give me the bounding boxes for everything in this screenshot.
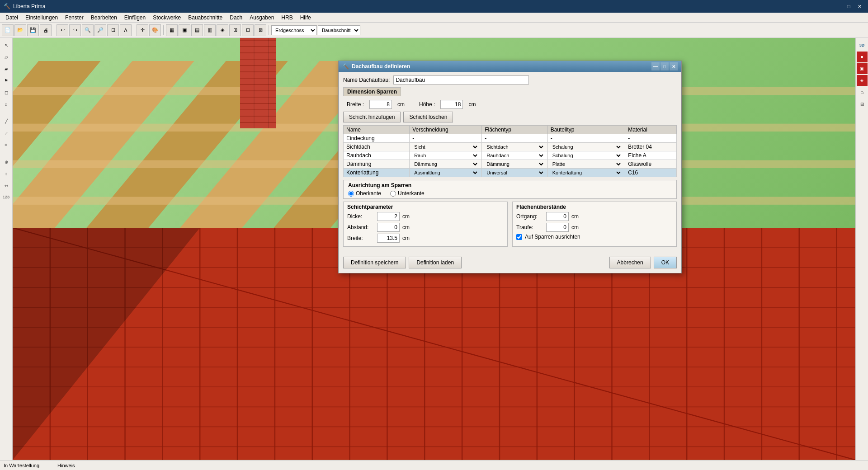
bauteiltyp-select[interactable]: Schalung (551, 144, 622, 150)
right-btn-3d[interactable]: 3D (857, 40, 868, 51)
right-btn-red1[interactable]: ■ (857, 52, 868, 62)
add-layer-button[interactable]: Schicht hinzufügen (343, 112, 401, 122)
radio-unterkante[interactable]: Unterkante (390, 190, 425, 197)
breite2-input[interactable] (377, 234, 400, 243)
flaechentyp-select[interactable]: Universal (485, 169, 544, 176)
radio-oberkante-input[interactable] (348, 191, 354, 197)
hoehe-input[interactable] (440, 100, 463, 109)
toolbar-tool8[interactable]: ⊠ (255, 24, 266, 36)
delete-layer-button[interactable]: Schicht löschen (403, 112, 453, 122)
traufe-input[interactable] (546, 223, 569, 232)
toolbar-color[interactable]: 🎨 (149, 24, 161, 36)
toolbar-zoom-in[interactable]: 🔍 (82, 24, 94, 36)
toolbar-tool5[interactable]: ◈ (217, 24, 228, 36)
table-row[interactable]: Sichtdach Sicht Sichtdach Schalung Brett… (344, 143, 677, 151)
dicke-row: Dicke: cm (347, 212, 504, 221)
dialog-minimize[interactable]: — (651, 62, 660, 70)
toolbar-new[interactable]: 📄 (2, 24, 14, 36)
table-row[interactable]: Konterlattung Ausmittlung Universal Kont… (344, 169, 677, 177)
menu-fenster[interactable]: Fenster (61, 14, 87, 22)
dialog-close[interactable]: ✕ (670, 62, 678, 70)
toolbar-tool1[interactable]: ▦ (166, 24, 178, 36)
toolbar-tool2[interactable]: ▣ (179, 24, 190, 36)
abstand-input[interactable] (377, 223, 400, 232)
dicke-input[interactable] (377, 212, 400, 221)
floor-dropdown[interactable]: Erdgeschoss Obergeschoss (271, 25, 317, 35)
verschneidung-select[interactable]: Rauh (412, 152, 479, 159)
col-material: Material (625, 126, 677, 134)
right-btn-view[interactable]: ⊟ (857, 99, 868, 109)
3d-viewport[interactable]: 🔨 Dachaufbau definieren — □ ✕ Name Dacha… (13, 38, 855, 460)
sidebar-tool4[interactable]: ◻ (1, 87, 12, 98)
sidebar-tool3[interactable]: ⚑ (1, 75, 12, 86)
toolbar-redo[interactable]: ↪ (69, 24, 81, 36)
menu-bauabschnitte[interactable]: Bauabschnitte (184, 14, 226, 22)
sidebar-tool9[interactable]: ⊕ (1, 156, 12, 167)
ortgang-input[interactable] (546, 212, 569, 221)
sidebar-select[interactable]: ↖ (1, 40, 12, 51)
toolbar-save[interactable]: 💾 (27, 24, 39, 36)
table-row[interactable]: Dämmung Dämmung Dämmung Platte Glaswolle (344, 160, 677, 169)
bauteiltyp-select[interactable]: Platte (551, 161, 622, 167)
cell-verschneidung: - (410, 134, 482, 143)
dialog-restore[interactable]: □ (660, 62, 669, 70)
sidebar-tool11[interactable]: ⇔ (1, 180, 12, 191)
right-btn-red3[interactable]: ◈ (857, 75, 868, 86)
toolbar-tool3[interactable]: ▤ (191, 24, 203, 36)
flaechentyp-select[interactable]: Dämmung (485, 161, 544, 167)
toolbar-tool7[interactable]: ⊟ (242, 24, 254, 36)
ok-button[interactable]: OK (654, 257, 677, 268)
breite-input[interactable] (369, 100, 392, 109)
sidebar-tool10[interactable]: ↕ (1, 168, 12, 179)
toolbar-crosshair[interactable]: ✛ (137, 24, 148, 36)
maximize-button[interactable]: □ (844, 1, 854, 11)
table-row[interactable]: Rauhdach Rauh Rauhdach Schalung Eiche A (344, 151, 677, 160)
menu-einstellungen[interactable]: Einstellungen (22, 14, 61, 22)
flaechentyp-select[interactable]: Sichtdach (485, 144, 544, 150)
radio-oberkante[interactable]: Oberkante (348, 190, 381, 197)
cancel-button[interactable]: Abbrechen (609, 257, 651, 268)
menu-stockwerke[interactable]: Stockwerke (149, 14, 184, 22)
right-btn-home[interactable]: ⌂ (857, 87, 868, 98)
right-btn-red2[interactable]: ▣ (857, 63, 868, 74)
auf-sparren-checkbox[interactable] (516, 234, 522, 240)
sidebar-tool5[interactable]: ⌂ (1, 99, 12, 109)
radio-unterkante-input[interactable] (390, 191, 396, 197)
toolbar-open[interactable]: 📂 (14, 24, 26, 36)
menu-bearbeiten[interactable]: Bearbeiten (87, 14, 121, 22)
menu-ausgaben[interactable]: Ausgaben (246, 14, 278, 22)
section-dropdown[interactable]: Bauabschnitt (318, 25, 360, 35)
menu-hrb[interactable]: HRB (278, 14, 296, 22)
menu-datei[interactable]: Datei (2, 14, 22, 22)
close-button[interactable]: ✕ (854, 1, 864, 11)
verschneidung-select[interactable]: Sicht (412, 144, 479, 150)
bauteiltyp-select[interactable]: Schalung (551, 152, 622, 159)
toolbar-zoom-fit[interactable]: ⊡ (107, 24, 119, 36)
toolbar-print[interactable]: 🖨 (40, 24, 52, 36)
minimize-button[interactable]: — (833, 1, 843, 11)
toolbar-tool4[interactable]: ▥ (204, 24, 216, 36)
sidebar-tool6[interactable]: ╱ (1, 116, 12, 127)
toolbar-tool6[interactable]: ⊞ (229, 24, 241, 36)
verschneidung-select[interactable]: Ausmittlung (412, 169, 479, 176)
toolbar-zoom-out[interactable]: 🔎 (94, 24, 106, 36)
bauteiltyp-select[interactable]: Konterlattung (551, 169, 622, 176)
toolbar-text[interactable]: A (120, 24, 132, 36)
save-definition-button[interactable]: Definition speichern (343, 257, 406, 268)
table-row[interactable]: Eindeckung - - - - (344, 134, 677, 143)
sidebar-tool1[interactable]: ▱ (1, 52, 12, 62)
toolbar-undo[interactable]: ↩ (57, 24, 68, 36)
col-bauteiltyp: Bauteiltyp (547, 126, 625, 134)
flaechentyp-select[interactable]: Rauhdach (485, 152, 544, 159)
menu-hilfe[interactable]: Hilfe (297, 14, 315, 22)
sidebar-tool8[interactable]: ≡ (1, 139, 12, 150)
layers-table: Name Verschneidung Flächentyp Bauteiltyp… (343, 125, 677, 177)
verschneidung-select[interactable]: Dämmung (412, 161, 479, 167)
menu-einfuegen[interactable]: Einfügen (121, 14, 149, 22)
name-input[interactable] (393, 75, 529, 85)
sidebar-tool7[interactable]: ⟋ (1, 127, 12, 138)
load-definition-button[interactable]: Definition laden (409, 257, 462, 268)
sidebar-counter[interactable]: 123 (1, 192, 12, 202)
menu-dach[interactable]: Dach (226, 14, 246, 22)
sidebar-tool2[interactable]: ▰ (1, 63, 12, 74)
